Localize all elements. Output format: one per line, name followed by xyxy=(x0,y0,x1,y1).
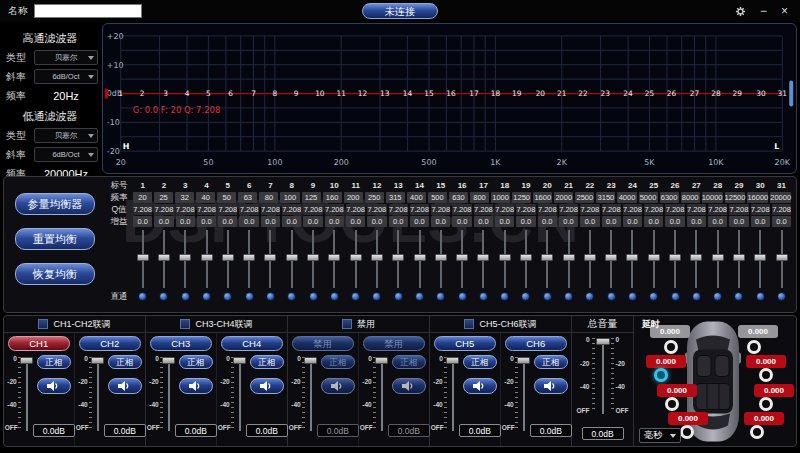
bypass-dot[interactable] xyxy=(287,292,296,301)
fader-handle[interactable] xyxy=(446,357,459,364)
eq-band-slider[interactable] xyxy=(303,229,322,289)
slider-handle[interactable] xyxy=(584,254,596,261)
eq-band-slider[interactable] xyxy=(559,229,578,289)
mute-button[interactable] xyxy=(463,378,497,394)
eq-bypass-toggle[interactable] xyxy=(239,292,258,301)
phase-button[interactable]: 正相 xyxy=(108,355,142,369)
bypass-dot[interactable] xyxy=(479,292,488,301)
parametric-eq-button[interactable]: 参量均衡器 xyxy=(15,193,95,215)
master-volume-fader[interactable]: 0-20 -40OFF 0-20 -40OFF xyxy=(577,336,629,425)
mute-button[interactable] xyxy=(321,378,355,394)
bypass-dot[interactable] xyxy=(266,292,275,301)
mute-button[interactable] xyxy=(392,378,426,394)
restore-eq-button[interactable]: 恢复均衡 xyxy=(15,263,95,285)
channel-fader[interactable]: 0-20-40OFF xyxy=(218,355,246,443)
slider-handle[interactable] xyxy=(350,254,362,261)
delay-unit-select[interactable]: 毫秒 xyxy=(639,428,681,443)
bypass-dot[interactable] xyxy=(671,292,680,301)
channel-fader[interactable]: 0-20-40OFF xyxy=(502,355,530,443)
eq-band-slider[interactable] xyxy=(665,229,684,289)
bypass-dot[interactable] xyxy=(734,292,743,301)
slider-handle[interactable] xyxy=(626,254,638,261)
delay-speaker-knob[interactable] xyxy=(664,340,678,354)
delay-speaker-knob[interactable] xyxy=(759,397,773,411)
eq-band-slider[interactable] xyxy=(495,229,514,289)
slider-handle[interactable] xyxy=(605,254,617,261)
mute-button[interactable] xyxy=(534,378,568,394)
slider-handle[interactable] xyxy=(690,254,702,261)
eq-bypass-toggle[interactable] xyxy=(197,292,216,301)
eq-band-slider[interactable] xyxy=(239,229,258,289)
eq-bypass-toggle[interactable] xyxy=(474,292,493,301)
name-input[interactable] xyxy=(34,4,142,18)
eq-band-slider[interactable] xyxy=(516,229,535,289)
eq-band-slider[interactable] xyxy=(644,229,663,289)
bypass-dot[interactable] xyxy=(159,292,168,301)
link-checkbox[interactable] xyxy=(180,319,190,329)
slider-handle[interactable] xyxy=(201,254,213,261)
slider-handle[interactable] xyxy=(776,254,788,261)
bypass-dot[interactable] xyxy=(500,292,509,301)
eq-bypass-toggle[interactable] xyxy=(282,292,301,301)
eq-bypass-toggle[interactable] xyxy=(708,292,727,301)
eq-bypass-toggle[interactable] xyxy=(261,292,280,301)
eq-band-slider[interactable] xyxy=(538,229,557,289)
channel-fader[interactable]: 0-20-40OFF xyxy=(147,355,175,443)
bypass-dot[interactable] xyxy=(436,292,445,301)
fader-handle[interactable] xyxy=(517,357,530,364)
bypass-dot[interactable] xyxy=(585,292,594,301)
eq-band-slider[interactable] xyxy=(218,229,237,289)
mute-button[interactable] xyxy=(179,378,213,394)
eq-band-slider[interactable] xyxy=(772,229,791,289)
channel-fader[interactable]: 0-20-40OFF xyxy=(431,355,459,443)
phase-button[interactable]: 正相 xyxy=(321,355,355,369)
eq-bypass-toggle[interactable] xyxy=(516,292,535,301)
eq-band-slider[interactable] xyxy=(154,229,173,289)
mute-button[interactable] xyxy=(108,378,142,394)
channel-select-button[interactable]: CH2 xyxy=(79,336,141,351)
fader-handle[interactable] xyxy=(233,357,246,364)
bypass-dot[interactable] xyxy=(223,292,232,301)
bypass-dot[interactable] xyxy=(543,292,552,301)
channel-select-button[interactable]: CH6 xyxy=(505,336,567,351)
slider-handle[interactable] xyxy=(222,254,234,261)
channel-fader[interactable]: 0-20-40OFF xyxy=(289,355,317,443)
phase-button[interactable]: 正相 xyxy=(534,355,568,369)
phase-button[interactable]: 正相 xyxy=(250,355,284,369)
slider-handle[interactable] xyxy=(435,254,447,261)
bypass-dot[interactable] xyxy=(309,292,318,301)
bypass-dot[interactable] xyxy=(245,292,254,301)
hp-slope-select[interactable]: 6dB/Oct xyxy=(34,69,98,84)
close-icon[interactable]: × xyxy=(781,5,788,17)
phase-button[interactable]: 正相 xyxy=(463,355,497,369)
slider-handle[interactable] xyxy=(754,254,766,261)
phase-button[interactable]: 正相 xyxy=(37,355,71,369)
eq-bypass-toggle[interactable] xyxy=(325,292,344,301)
slider-handle[interactable] xyxy=(243,254,255,261)
eq-band-slider[interactable] xyxy=(197,229,216,289)
eq-bypass-toggle[interactable] xyxy=(154,292,173,301)
eq-bypass-toggle[interactable] xyxy=(772,292,791,301)
eq-band-slider[interactable] xyxy=(261,229,280,289)
eq-bypass-toggle[interactable] xyxy=(452,292,471,301)
bypass-dot[interactable] xyxy=(415,292,424,301)
bypass-dot[interactable] xyxy=(330,292,339,301)
mute-button[interactable] xyxy=(37,378,71,394)
slider-handle[interactable] xyxy=(477,254,489,261)
slider-handle[interactable] xyxy=(712,254,724,261)
delay-speaker-knob[interactable] xyxy=(747,340,761,354)
frequency-response-graph[interactable]: +20+100db-10-2020501002005001K2K5K10K20K… xyxy=(102,23,797,174)
slider-handle[interactable] xyxy=(307,254,319,261)
eq-bypass-toggle[interactable] xyxy=(751,292,770,301)
bypass-dot[interactable] xyxy=(394,292,403,301)
mute-button[interactable] xyxy=(250,378,284,394)
eq-bypass-toggle[interactable] xyxy=(602,292,621,301)
eq-bypass-toggle[interactable] xyxy=(644,292,663,301)
bypass-dot[interactable] xyxy=(458,292,467,301)
hp-type-select[interactable]: 贝塞尔 xyxy=(34,50,98,65)
eq-band-slider[interactable] xyxy=(282,229,301,289)
slider-handle[interactable] xyxy=(669,254,681,261)
slider-handle[interactable] xyxy=(520,254,532,261)
fader-handle[interactable] xyxy=(375,357,388,364)
eq-bypass-toggle[interactable] xyxy=(431,292,450,301)
